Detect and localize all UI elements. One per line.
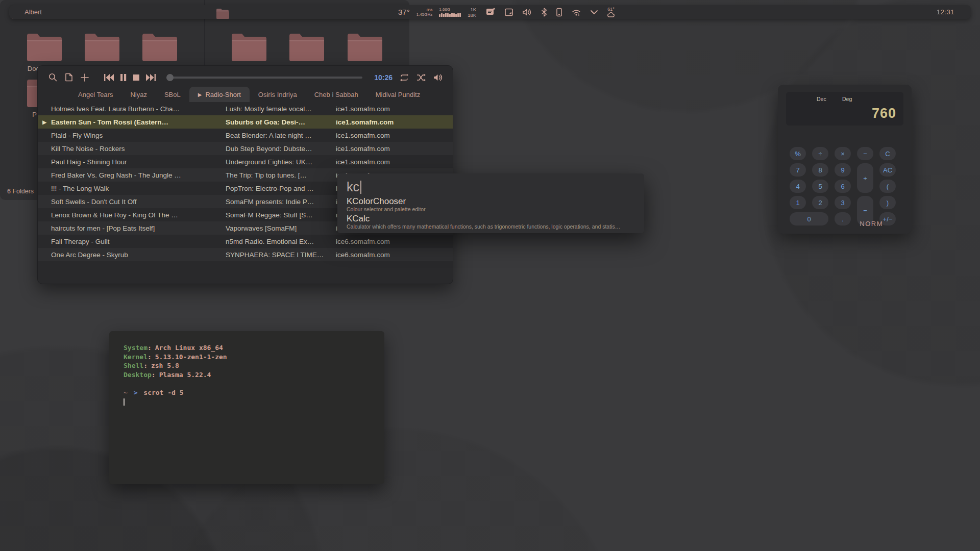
network-widget: 1K 18K [468,7,476,18]
folder-icon [140,32,179,62]
track-title: Paul Haig - Shining Hour [51,158,226,166]
terminal-info-line: DesktopPlasma 5.22.4 [124,370,370,380]
result-subtitle: Colour selector and palette editor [347,206,635,212]
clock[interactable]: 12:31 [937,8,954,16]
track-title: Lenox Brown & Hue Roy - King Of The … [51,211,226,219]
volume-icon[interactable] [522,8,532,17]
track-title: One Arc Degree - Skyrub [51,251,226,259]
playlist-tab[interactable]: Cheb i Sabbah [306,87,367,102]
calc-key-plus[interactable]: + [857,163,873,193]
calc-key-6[interactable]: 6 [835,180,851,193]
result-title: KCalc [347,214,635,223]
transport-controls [103,73,157,82]
track-station: Lush: Mostly female vocal… [226,105,336,113]
notifications-icon[interactable] [486,8,496,17]
folder-icon [287,32,326,62]
calc-key-close-paren[interactable]: ) [879,196,896,209]
terminal-info-line: Kernel5.13.10-zen1-1-zen [124,353,370,362]
calc-key-9[interactable]: 9 [835,163,851,177]
track-title: Holmes Ives Feat. Laura Burhenn - Cha… [51,105,226,113]
shuffle-icon[interactable] [416,73,426,82]
terminal-prompt-line: ~ > scrot -d 5 [124,388,370,397]
track-server: ice6.somafm.com [336,251,453,259]
cpu-percent: 8% [427,8,433,12]
seek-slider[interactable] [166,74,362,81]
calc-key-0[interactable]: 0 [790,212,828,226]
track-title: Plaid - Fly Wings [51,132,226,139]
chevron-down-icon[interactable] [590,10,598,15]
track-title: Kill The Noise - Rockers [51,145,226,153]
calc-key-divide[interactable]: ÷ [812,147,828,160]
repeat-icon[interactable] [399,73,409,82]
track-title: haircuts for men - [Pop Eats Itself] [51,224,226,232]
launcher-results: KColorChooser Colour selector and palett… [337,195,644,230]
playlist-tab[interactable]: Angel Tears [69,87,121,102]
track-station: The Trip: Tip top tunes. [… [226,171,336,179]
calc-key-7[interactable]: 7 [790,163,806,177]
calc-status-norm: NORM [860,220,883,228]
stop-button[interactable] [132,73,140,82]
weather-widget[interactable]: 61° [607,7,615,17]
track-title: Eastern Sun - Tom Rossi (Eastern… [51,118,226,126]
playlist-tab[interactable]: SBoL [156,87,189,102]
track-row[interactable]: Kill The Noise - Rockers Dub Step Beyond… [38,142,453,155]
track-station: n5md Radio. Emotional Ex… [226,238,336,245]
track-row[interactable]: Paul Haig - Shining Hour Underground Eig… [38,155,453,168]
track-station: Suburbs of Goa: Desi-… [226,118,336,126]
skip-back-button[interactable] [103,73,114,82]
phone-icon[interactable] [556,8,562,17]
calc-key-2[interactable]: 2 [812,196,828,209]
calc-key-open-paren[interactable]: ( [879,180,896,193]
top-panel: Albert 37° 8% 1.45GHz 1.66G 1K 18K [9,5,971,19]
terminal-window[interactable]: SystemArch Linux x86_64 Kernel5.13.10-ze… [109,331,384,484]
track-station: SomaFM presents: Indie P… [226,198,336,206]
track-station: Beat Blender: A late night … [226,132,336,139]
calc-key-percent[interactable]: % [790,147,806,160]
playlist-tab[interactable]: Radio-Short [189,87,250,102]
calc-key-clear[interactable]: C [879,147,896,160]
skip-forward-button[interactable] [145,73,157,82]
pause-button[interactable] [119,73,127,82]
wifi-icon[interactable] [571,8,581,17]
track-row[interactable]: Eastern Sun - Tom Rossi (Eastern… Suburb… [38,115,453,129]
calc-key-multiply[interactable]: × [835,147,851,160]
track-station: PopTron: Electro-Pop and … [226,185,336,192]
memory-histogram [439,12,461,17]
display-icon[interactable] [504,8,513,17]
launcher-result-item[interactable]: KCalc Calculator which offers many mathe… [347,214,635,230]
folder-count: 6 Folders [7,188,34,195]
playlist-tab[interactable]: Midival Punditz [367,87,429,102]
launcher-input[interactable]: kc [337,173,644,195]
playlist-tab[interactable]: Niyaz [121,87,156,102]
calc-key-4[interactable]: 4 [790,180,806,193]
track-server: ice1.somafm.com [336,132,453,139]
bluetooth-icon[interactable] [541,8,547,17]
calc-result: 760 [872,106,896,121]
calc-key-3[interactable]: 3 [835,196,851,209]
playlist-file-icon[interactable] [64,72,74,82]
track-row[interactable]: Fall Therapy - Guilt n5md Radio. Emotion… [38,235,453,248]
calc-display: Dec Deg 760 [786,92,903,126]
track-time: 10:26 [374,73,393,82]
track-row[interactable]: Holmes Ives Feat. Laura Burhenn - Cha… L… [38,102,453,115]
seek-handle[interactable] [166,74,174,81]
calc-base-mode: Dec [817,96,826,102]
calc-key-decimal[interactable]: . [835,212,851,226]
terminal-cursor [124,398,125,406]
volume-icon[interactable] [433,73,444,82]
terminal-info-line: Shellzsh 5.8 [124,361,370,370]
calc-key-8[interactable]: 8 [812,163,828,177]
calc-key-5[interactable]: 5 [812,180,828,193]
active-window-title: Albert [24,8,42,16]
calc-key-1[interactable]: 1 [790,196,806,209]
track-row[interactable]: One Arc Degree - Skyrub SYNPHAERA: SPACE… [38,248,453,261]
search-icon[interactable] [48,72,58,82]
folder-icon [83,32,121,62]
track-row[interactable]: Plaid - Fly Wings Beat Blender: A late n… [38,129,453,142]
add-icon[interactable] [80,73,89,82]
memory-used: 1.66G [439,7,450,12]
playlist-tab[interactable]: Osiris Indriya [250,87,306,102]
calc-key-all-clear[interactable]: AC [879,163,896,177]
calc-key-minus[interactable]: − [857,147,873,160]
launcher-result-item[interactable]: KColorChooser Colour selector and palett… [347,196,635,212]
